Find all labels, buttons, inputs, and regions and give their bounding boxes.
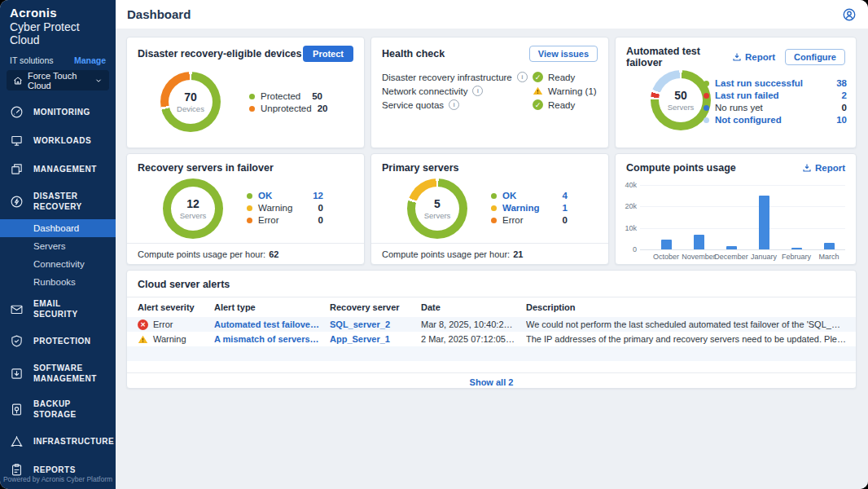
- health-check-label: Network connectivity: [382, 86, 467, 96]
- column-header: Alert type: [214, 302, 330, 312]
- alerts-table-header: Alert severityAlert typeRecovery serverD…: [127, 297, 856, 317]
- org-label: IT solutions: [10, 55, 54, 65]
- legend-label[interactable]: OK: [258, 191, 307, 200]
- sidebar-item-email-security[interactable]: EMAIL SECURITY: [0, 291, 116, 327]
- sidebar-item-label: BACKUP STORAGE: [33, 399, 106, 420]
- legend-label[interactable]: Last run successful: [715, 78, 831, 88]
- sidebar-item-workloads[interactable]: WORKLOADS: [0, 126, 116, 155]
- alert-type-link[interactable]: Automated test failover failed: [214, 319, 330, 329]
- alert-description: We could not perform the last scheduled …: [526, 319, 856, 329]
- sidebar-item-monitoring[interactable]: MONITORING: [0, 98, 116, 126]
- legend-value: 4: [563, 191, 568, 200]
- y-axis-tick-label: 0: [619, 245, 637, 253]
- sidebar-item-settings[interactable]: SETTINGS: [0, 484, 116, 489]
- y-axis-tick-label: 20k: [619, 202, 637, 210]
- sidebar-item-backup-storage[interactable]: BACKUP STORAGE: [0, 391, 116, 427]
- configure-button[interactable]: Configure: [785, 49, 845, 65]
- legend-item: Error0: [247, 215, 323, 225]
- alert-description: The IP addresses of the primary and reco…: [526, 334, 856, 344]
- y-axis-tick-label: 10k: [619, 224, 637, 232]
- donut-center-value: 50: [674, 89, 687, 102]
- report-link[interactable]: Report: [732, 52, 775, 62]
- legend-item[interactable]: OK12: [247, 191, 323, 200]
- legend-item: Unprotected20: [249, 104, 322, 113]
- dashboard-content: Disaster recovery-eligible devices Prote…: [116, 29, 868, 489]
- health-check-row: Service quotas✓Ready: [371, 98, 608, 112]
- legend-label: Unprotected: [261, 104, 312, 113]
- show-all-link[interactable]: Show all 2: [470, 377, 514, 387]
- legend-item[interactable]: Warning1: [491, 203, 568, 213]
- ok-check-icon: ✓: [533, 72, 543, 82]
- bar-december: [726, 246, 737, 249]
- legend-item[interactable]: Last run failed2: [704, 90, 847, 100]
- sidebar-subitem-servers[interactable]: Servers: [0, 237, 116, 255]
- bar-november: [694, 235, 704, 249]
- sidebar-item-label: INFRASTRUCTURE: [33, 436, 114, 447]
- legend-item[interactable]: OK4: [491, 191, 568, 200]
- sidebar-item-protection[interactable]: PROTECTION: [0, 327, 116, 355]
- legend-item[interactable]: Not configured10: [704, 115, 847, 125]
- brand-logo: Acronis Cyber Protect Cloud: [0, 0, 116, 46]
- legend-label[interactable]: OK: [502, 191, 557, 200]
- alert-row: WarningA mismatch of servers' network...…: [127, 332, 856, 346]
- view-issues-button[interactable]: View issues: [529, 46, 598, 62]
- protect-button[interactable]: Protect: [303, 46, 353, 62]
- health-check-label: Disaster recovery infrastructure: [382, 73, 512, 82]
- triangle-icon: [10, 434, 24, 448]
- sidebar-item-management[interactable]: MANAGEMENT: [0, 155, 116, 183]
- sidebar-subitem-runbooks[interactable]: Runbooks: [0, 273, 116, 291]
- empty-row: [127, 361, 856, 372]
- recovery-server-link[interactable]: SQL_server_2: [330, 319, 421, 329]
- report-link[interactable]: Report: [802, 163, 845, 173]
- alert-date: Mar 8, 2025, 10:40:20 AM: [421, 319, 526, 329]
- layers-icon: [10, 162, 24, 176]
- card-compute-points-usage: Compute points usage Report 010k20k40kOc…: [615, 153, 857, 265]
- legend-label: Protected: [261, 91, 306, 101]
- sidebar-item-label: WORKLOADS: [33, 135, 91, 146]
- error-icon: ✕: [138, 319, 148, 330]
- info-icon[interactable]: [449, 99, 459, 110]
- legend-label[interactable]: Not configured: [715, 115, 831, 125]
- legend-dot: [491, 193, 497, 199]
- legend-label[interactable]: Last run failed: [715, 90, 836, 100]
- card-title: Automated test failover: [626, 46, 732, 68]
- recovery-server-link[interactable]: App_Server_1: [330, 334, 421, 344]
- info-icon[interactable]: [472, 86, 483, 96]
- donut-center-unit: Servers: [668, 103, 695, 112]
- download-icon: [802, 163, 812, 173]
- legend-item[interactable]: Last run successful38: [704, 78, 847, 88]
- health-check-status: ✓Ready: [533, 72, 575, 82]
- card-title: Cloud server alerts: [138, 279, 230, 290]
- alert-type-link[interactable]: A mismatch of servers' network...: [214, 334, 330, 344]
- legend-value: 0: [318, 215, 323, 225]
- bar-march: [824, 243, 835, 249]
- legend-label: Error: [258, 215, 313, 225]
- sidebar-item-software-management[interactable]: SOFTWARE MANAGEMENT: [0, 355, 116, 391]
- box-arrow-icon: [10, 367, 24, 381]
- compute-points-bar-chart: 010k20k40kOctoberNovemberDecemberJanuary…: [616, 183, 856, 264]
- legend-label[interactable]: Warning: [502, 203, 557, 213]
- chevron-down-icon: [94, 77, 103, 85]
- account-icon[interactable]: [842, 7, 857, 22]
- sidebar-nav: MONITORINGWORKLOADSMANAGEMENTDISASTER RE…: [0, 98, 116, 489]
- legend-value: 12: [313, 191, 323, 200]
- card-title: Compute points usage: [626, 162, 736, 174]
- info-icon[interactable]: [517, 72, 528, 82]
- sidebar-item-label: EMAIL SECURITY: [33, 298, 106, 319]
- card-title: Recovery servers in failover: [138, 162, 274, 174]
- alerts-table-body: ✕ErrorAutomated test failover failedSQL_…: [127, 317, 856, 346]
- donut-center-unit: Servers: [424, 211, 451, 220]
- card-cloud-server-alerts: Cloud server alerts Alert severityAlert …: [126, 270, 857, 389]
- legend-dot: [247, 205, 252, 211]
- sidebar-subitem-dashboard[interactable]: Dashboard: [0, 219, 116, 237]
- sidebar-subitem-connectivity[interactable]: Connectivity: [0, 255, 116, 273]
- manage-link[interactable]: Manage: [74, 55, 106, 65]
- sidebar-item-disaster-recovery[interactable]: DISASTER RECOVERY: [0, 183, 116, 219]
- sidebar-item-infrastructure[interactable]: INFRASTRUCTURE: [0, 427, 116, 456]
- column-header: Recovery server: [330, 302, 421, 312]
- brand-line1: Acronis: [10, 6, 106, 20]
- recovery-failover-legend: OK12Warning0Error0: [247, 191, 323, 227]
- tenant-selector[interactable]: Force Touch Cloud: [7, 70, 109, 90]
- legend-value: 0: [563, 215, 568, 225]
- page-title: Dashboard: [127, 7, 191, 21]
